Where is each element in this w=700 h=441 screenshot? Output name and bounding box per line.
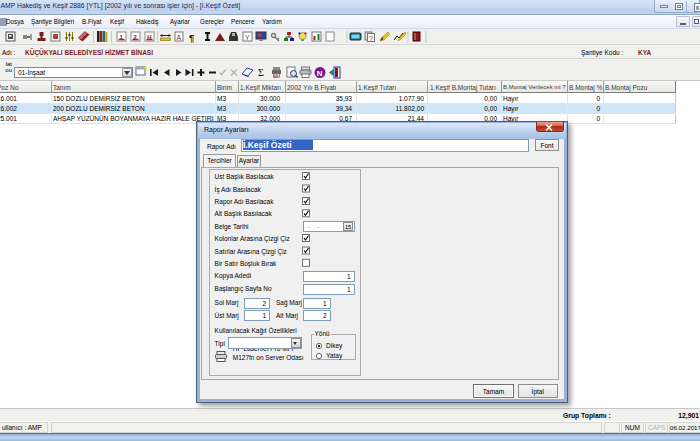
- svg-text:ab: ab: [274, 74, 280, 79]
- svg-text:Σ: Σ: [258, 67, 264, 78]
- svg-text:?: ?: [369, 35, 373, 42]
- svg-text:A: A: [177, 34, 182, 41]
- svg-text:Y: Y: [245, 34, 250, 41]
- svg-text:H: H: [147, 34, 151, 40]
- svg-text:¶: ¶: [189, 32, 194, 43]
- svg-text:N: N: [317, 69, 323, 78]
